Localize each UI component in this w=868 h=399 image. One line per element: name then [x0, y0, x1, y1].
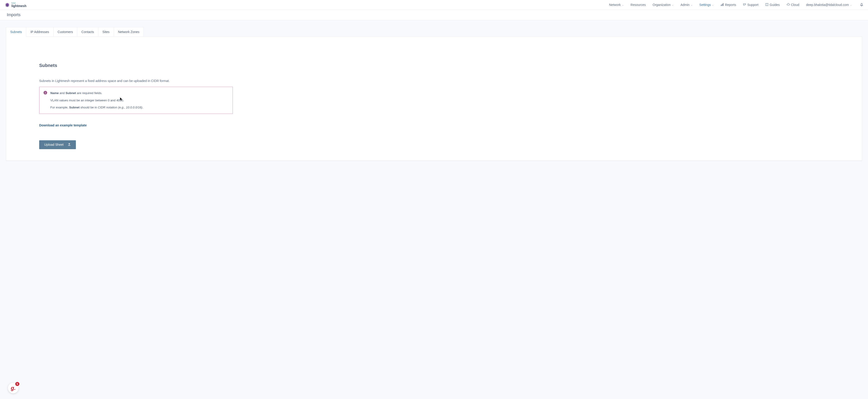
logo-text: tidal lightmesh	[11, 2, 26, 7]
nav-organization[interactable]: Organization ⌄	[653, 3, 674, 7]
nav-network-label: Network	[609, 3, 621, 7]
nav-notifications[interactable]	[860, 3, 863, 7]
info-text: should be in	[80, 106, 98, 109]
download-template-link[interactable]: Download an example template	[39, 124, 87, 127]
info-text: For example,	[50, 106, 69, 109]
info-field-name: Name	[50, 91, 59, 95]
chevron-down-icon: ⌄	[850, 4, 852, 6]
nav-settings[interactable]: Settings ⌄	[700, 3, 714, 7]
tab-contacts[interactable]: Contacts	[77, 27, 98, 36]
upload-icon	[68, 143, 71, 147]
logo-icon	[5, 2, 10, 7]
nav-support-label: Support	[747, 3, 758, 7]
chart-icon	[721, 3, 724, 7]
chevron-down-icon: ⌄	[672, 4, 674, 6]
nav-user[interactable]: deep.bhalotia@tidalcloud.com ⌄	[806, 3, 852, 7]
svg-rect-1	[722, 4, 723, 6]
tabs: Subnets IP Addresses Customers Contacts …	[6, 27, 862, 37]
svg-rect-0	[721, 5, 721, 6]
nav-reports[interactable]: Reports	[721, 3, 736, 7]
info-field-subnet: Subnet	[66, 91, 76, 95]
info-text: .	[143, 106, 143, 109]
nav-admin-label: Admin	[681, 3, 690, 7]
content-body: Subnets Subnets in Lightmesh represent a…	[6, 37, 862, 161]
tab-network-zones[interactable]: Network Zones	[114, 27, 144, 36]
info-text: are required fields.	[76, 91, 102, 95]
tab-ip-addresses[interactable]: IP Addresses	[26, 27, 53, 36]
nav-reports-label: Reports	[725, 3, 736, 7]
upload-button-label: Upload Sheet	[44, 143, 64, 146]
top-navigation: tidal lightmesh Network ⌄ Resources Orga…	[0, 0, 868, 10]
guides-icon	[765, 3, 769, 7]
tab-customers[interactable]: Customers	[53, 27, 78, 36]
logo[interactable]: tidal lightmesh	[5, 2, 26, 7]
info-box: i Name and Subnet are required fields. V…	[39, 87, 233, 114]
cloud-icon	[787, 3, 790, 7]
section-title: Subnets	[39, 63, 829, 68]
support-icon	[743, 3, 746, 7]
tabs-container: Subnets IP Addresses Customers Contacts …	[0, 20, 868, 37]
info-content: Name and Subnet are required fields. VLA…	[50, 91, 143, 110]
content-inner: Subnets Subnets in Lightmesh represent a…	[6, 37, 862, 161]
upload-sheet-button[interactable]: Upload Sheet	[39, 140, 76, 149]
nav-resources[interactable]: Resources	[630, 3, 646, 7]
info-cidr-example: CIDR notation (e.g., 10.0.0.0/16)	[98, 106, 143, 109]
content-area: Subnets Subnets in Lightmesh represent a…	[0, 37, 868, 161]
nav-settings-label: Settings	[700, 3, 711, 7]
nav-network[interactable]: Network ⌄	[609, 3, 624, 7]
nav-guides-label: Guides	[770, 3, 780, 7]
chevron-down-icon: ⌄	[691, 4, 692, 6]
svg-rect-2	[723, 3, 723, 6]
logo-lightmesh-text: lightmesh	[11, 4, 26, 7]
info-line-3: For example, Subnet should be in CIDR no…	[50, 105, 143, 110]
nav-user-email: deep.bhalotia@tidalcloud.com	[806, 3, 849, 7]
info-field-subnet: Subnet	[69, 106, 80, 109]
chevron-down-icon: ⌄	[712, 4, 714, 6]
info-icon: i	[43, 91, 47, 95]
footer-divider	[6, 161, 862, 161]
nav-organization-label: Organization	[653, 3, 671, 7]
info-line-2: VLAN values must be an integer between 0…	[50, 98, 143, 103]
nav-items: Network ⌄ Resources Organization ⌄ Admin…	[609, 3, 863, 7]
description: Subnets in Lightmesh represent a fixed a…	[39, 79, 829, 83]
bell-icon	[860, 3, 863, 7]
nav-admin[interactable]: Admin ⌄	[681, 3, 692, 7]
nav-guides[interactable]: Guides	[765, 3, 780, 7]
chevron-down-icon: ⌄	[622, 4, 624, 6]
tab-sites[interactable]: Sites	[98, 27, 114, 36]
page-header: Imports	[0, 10, 868, 20]
nav-cloud[interactable]: Cloud	[787, 3, 799, 7]
nav-cloud-label: Cloud	[791, 3, 799, 7]
info-line-1: Name and Subnet are required fields.	[50, 91, 143, 96]
tab-subnets[interactable]: Subnets	[6, 27, 26, 37]
info-text: and	[59, 91, 66, 95]
nav-support[interactable]: Support	[743, 3, 758, 7]
page-title: Imports	[7, 12, 861, 17]
nav-resources-label: Resources	[630, 3, 646, 7]
